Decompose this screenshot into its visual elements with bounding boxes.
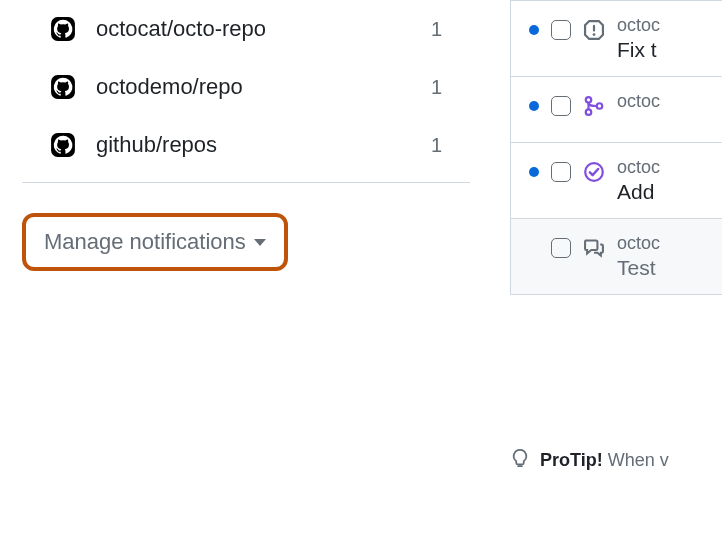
repo-count: 1 <box>431 18 460 41</box>
repo-list-item[interactable]: octocat/octo-repo 1 <box>22 0 470 58</box>
issue-open-icon <box>583 19 605 41</box>
protip-text: ProTip! When v <box>540 450 669 471</box>
notification-title: Fix t <box>617 38 660 62</box>
svg-point-3 <box>593 33 596 36</box>
notification-row[interactable]: octoc Add <box>511 143 722 219</box>
repo-list-item[interactable]: github/repos 1 <box>22 116 470 174</box>
lightbulb-icon <box>510 448 530 473</box>
git-merge-icon <box>583 95 605 117</box>
unread-dot-icon <box>529 167 539 177</box>
svg-point-6 <box>586 109 592 115</box>
divider <box>22 182 470 183</box>
checkbox[interactable] <box>551 162 571 182</box>
repo-count: 1 <box>431 134 460 157</box>
notification-text: octoc Fix t <box>617 15 660 62</box>
sidebar-repo-list: octocat/octo-repo 1 octodemo/repo 1 gith… <box>22 0 470 271</box>
check-circle-icon <box>583 161 605 183</box>
notification-repo: octoc <box>617 233 660 254</box>
notification-text: octoc Test <box>617 233 660 280</box>
checkbox[interactable] <box>551 20 571 40</box>
github-icon <box>50 74 76 100</box>
github-icon <box>50 16 76 42</box>
notification-repo: octoc <box>617 91 660 112</box>
notification-repo: octoc <box>617 157 660 178</box>
checkbox[interactable] <box>551 238 571 258</box>
caret-down-icon <box>254 239 266 246</box>
manage-notifications-dropdown[interactable]: Manage notifications <box>22 213 288 271</box>
notification-title: Test <box>617 256 660 280</box>
notification-row[interactable]: octoc <box>511 77 722 143</box>
svg-point-5 <box>586 97 592 103</box>
protip: ProTip! When v <box>510 448 669 473</box>
svg-point-7 <box>597 103 603 109</box>
unread-dot-icon <box>529 101 539 111</box>
svg-rect-4 <box>593 25 595 32</box>
repo-count: 1 <box>431 76 460 99</box>
protip-body: When v <box>608 450 669 470</box>
repo-name: octocat/octo-repo <box>96 16 431 42</box>
protip-label: ProTip! <box>540 450 603 470</box>
repo-list-item[interactable]: octodemo/repo 1 <box>22 58 470 116</box>
repo-name: github/repos <box>96 132 431 158</box>
notifications-list: octoc Fix t octoc octoc Add octoc <box>510 0 722 295</box>
unread-dot-icon <box>529 25 539 35</box>
manage-notifications-label: Manage notifications <box>44 229 246 255</box>
notification-repo: octoc <box>617 15 660 36</box>
notification-row[interactable]: octoc Test <box>511 219 722 295</box>
notification-text: octoc <box>617 91 660 112</box>
github-icon <box>50 132 76 158</box>
discussion-icon <box>583 237 605 259</box>
notification-text: octoc Add <box>617 157 660 204</box>
checkbox[interactable] <box>551 96 571 116</box>
repo-name: octodemo/repo <box>96 74 431 100</box>
notification-row[interactable]: octoc Fix t <box>511 0 722 77</box>
notification-title: Add <box>617 180 660 204</box>
